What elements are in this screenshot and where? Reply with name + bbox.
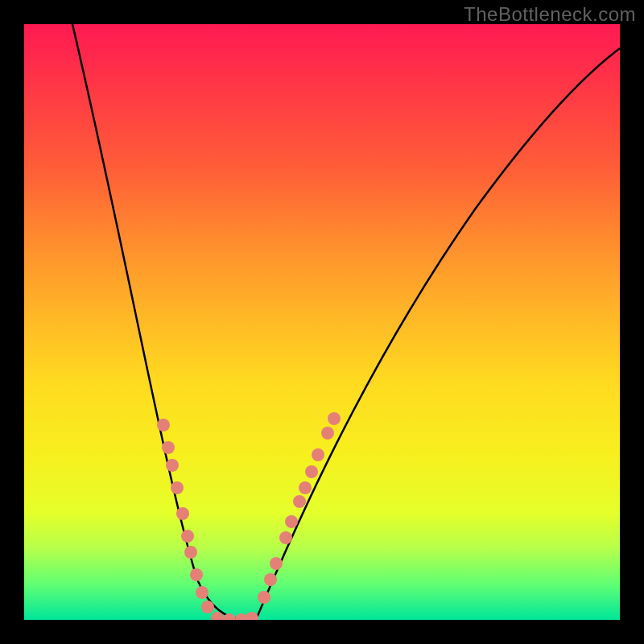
chart-frame: TheBottleneck.com — [0, 0, 644, 644]
bottleneck-curve-path — [72, 24, 620, 620]
curve-marker — [321, 427, 334, 440]
curve-marker — [162, 441, 175, 454]
curve-marker — [270, 557, 283, 570]
curve-marker — [176, 507, 189, 520]
curve-marker — [305, 465, 318, 478]
curve-marker — [171, 481, 184, 494]
curve-marker — [157, 419, 170, 431]
marker-group-right — [258, 412, 341, 604]
curve-marker — [166, 459, 179, 472]
curve-marker — [293, 495, 306, 508]
curve-marker — [279, 531, 292, 544]
curve-marker — [299, 481, 312, 494]
curve-marker — [285, 515, 298, 528]
curve-marker — [328, 412, 341, 425]
marker-group-left — [157, 419, 258, 620]
curve-marker — [246, 612, 258, 620]
curve-marker — [196, 586, 208, 599]
curve-marker — [312, 448, 324, 461]
bottleneck-curve-svg — [24, 24, 620, 620]
plot-area — [24, 24, 620, 620]
curve-marker — [201, 601, 214, 613]
curve-marker — [181, 530, 194, 543]
curve-marker — [264, 573, 277, 586]
curve-marker — [190, 568, 203, 581]
watermark-text: TheBottleneck.com — [464, 3, 636, 26]
curve-marker — [184, 546, 197, 559]
curve-marker — [258, 591, 270, 604]
